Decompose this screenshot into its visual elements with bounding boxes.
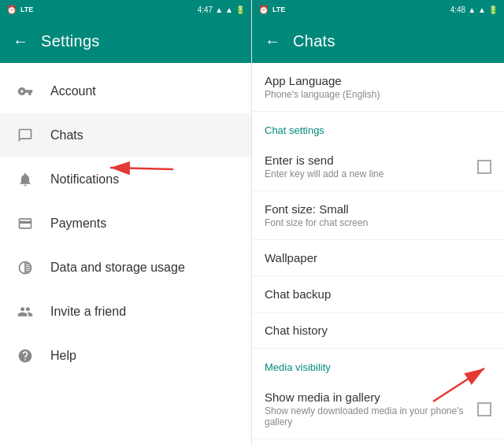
- battery-icon: 🔋: [235, 6, 245, 14]
- font-size-subtitle: Font size for chat screen: [265, 217, 491, 228]
- alarm-icon-r: ⏰: [258, 5, 269, 15]
- signal-icon: ▲: [215, 6, 223, 14]
- help-label: Help: [50, 349, 76, 363]
- enter-is-send-text: Enter is send Enter key will add a new l…: [265, 154, 477, 179]
- chat-backup-item[interactable]: Chat backup: [252, 276, 504, 313]
- sidebar-item-notifications[interactable]: Notifications: [0, 157, 251, 202]
- payments-label: Payments: [50, 216, 106, 231]
- wallpaper-title: Wallpaper: [265, 251, 491, 265]
- app-language-item[interactable]: App Language Phone's language (English): [252, 63, 504, 112]
- chat-history-item[interactable]: Chat history: [252, 313, 504, 349]
- show-media-text: Show media in gallery Show newly downloa…: [265, 390, 477, 427]
- data-icon: [16, 258, 35, 277]
- back-button-left[interactable]: ←: [13, 32, 28, 50]
- lte-icon-r: LTE: [272, 6, 285, 13]
- time-right: 4:48: [450, 6, 465, 14]
- alarm-icon: ⏰: [6, 5, 17, 15]
- app-language-text: App Language Phone's language (English): [265, 74, 491, 100]
- enter-is-send-subtitle: Enter key will add a new line: [265, 168, 477, 179]
- font-size-item[interactable]: Font size: Small Font size for chat scre…: [252, 191, 504, 240]
- sidebar-item-help[interactable]: Help: [0, 334, 251, 378]
- invite-label: Invite a friend: [50, 305, 126, 319]
- chat-icon: [16, 126, 35, 145]
- font-size-text: Font size: Small Font size for chat scre…: [265, 202, 491, 228]
- wifi-icon: ▲: [225, 6, 233, 14]
- time-left: 4:47: [198, 6, 213, 14]
- media-visibility-section-header: Media visibility: [252, 349, 504, 379]
- lte-icon: LTE: [20, 6, 33, 13]
- chat-history-text: Chat history: [265, 324, 491, 337]
- show-media-title: Show media in gallery: [265, 390, 477, 404]
- chat-history-title: Chat history: [265, 324, 491, 337]
- enter-is-send-checkbox[interactable]: [477, 160, 491, 174]
- data-label: Data and storage usage: [50, 261, 185, 275]
- chats-label: Chats: [50, 128, 83, 142]
- sidebar-item-invite[interactable]: Invite a friend: [0, 290, 251, 334]
- show-media-checkbox[interactable]: [477, 402, 491, 416]
- enter-is-send-title: Enter is send: [265, 154, 477, 167]
- font-size-title: Font size: Small: [265, 202, 491, 216]
- status-bar-right: 4:47 ▲ ▲ 🔋: [198, 6, 245, 14]
- show-media-subtitle: Show newly downloaded media in your phon…: [265, 405, 477, 427]
- wifi-icon-r: ▲: [478, 6, 486, 14]
- chat-backup-title: Chat backup: [265, 287, 491, 301]
- app-language-title: App Language: [265, 74, 491, 87]
- show-media-item[interactable]: Show media in gallery Show newly downloa…: [252, 379, 504, 439]
- status-bar-icons-left: ⏰ LTE: [6, 5, 33, 15]
- top-bar-right: ← Chats: [252, 19, 504, 63]
- wallpaper-item[interactable]: Wallpaper: [252, 240, 504, 276]
- key-icon: [16, 82, 35, 101]
- payment-icon: [16, 214, 35, 233]
- settings-menu-list: Account Chats Notifications: [0, 63, 251, 444]
- status-right-right: 4:48 ▲ ▲ 🔋: [450, 6, 498, 14]
- sidebar-item-chats[interactable]: Chats: [0, 113, 251, 157]
- account-label: Account: [50, 84, 96, 98]
- chat-settings-section-header: Chat settings: [252, 112, 504, 142]
- wallpaper-text: Wallpaper: [265, 251, 491, 265]
- people-icon: [16, 302, 35, 321]
- sidebar-item-data[interactable]: Data and storage usage: [0, 246, 251, 290]
- status-icons-right-left: ⏰ LTE: [258, 5, 285, 15]
- notifications-label: Notifications: [50, 172, 119, 187]
- back-button-right[interactable]: ←: [265, 32, 280, 50]
- chat-backup-text: Chat backup: [265, 287, 491, 301]
- battery-icon-r: 🔋: [488, 6, 498, 14]
- chats-settings-list: App Language Phone's language (English) …: [252, 63, 504, 444]
- app-language-subtitle: Phone's language (English): [265, 89, 491, 100]
- help-icon: [16, 346, 35, 365]
- bell-icon: [16, 170, 35, 189]
- signal-icon-r: ▲: [468, 6, 476, 14]
- top-bar-left: ← Settings: [0, 19, 251, 63]
- enter-is-send-item[interactable]: Enter is send Enter key will add a new l…: [252, 142, 504, 191]
- sidebar-item-account[interactable]: Account: [0, 69, 251, 113]
- status-bar-right: ⏰ LTE 4:48 ▲ ▲ 🔋: [252, 0, 504, 19]
- sidebar-item-payments[interactable]: Payments: [0, 202, 251, 246]
- page-title-right: Chats: [293, 32, 335, 50]
- page-title-left: Settings: [41, 32, 100, 50]
- status-bar-left: ⏰ LTE 4:47 ▲ ▲ 🔋: [0, 0, 251, 19]
